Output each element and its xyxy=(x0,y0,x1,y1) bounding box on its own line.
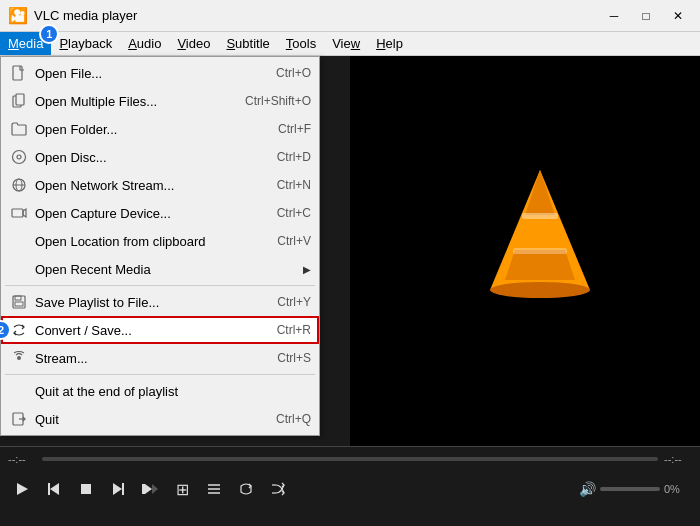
close-button[interactable]: ✕ xyxy=(664,5,692,27)
loop-icon xyxy=(239,482,253,496)
svg-marker-24 xyxy=(50,483,59,495)
open-multiple-shortcut: Ctrl+Shift+O xyxy=(245,94,311,108)
folder-icon xyxy=(9,119,29,139)
open-multiple-label: Open Multiple Files... xyxy=(35,94,225,109)
open-network-shortcut: Ctrl+N xyxy=(277,178,311,192)
app-icon: 🎦 xyxy=(8,6,28,26)
menu-subtitle[interactable]: Subtitle xyxy=(218,32,277,55)
svg-marker-31 xyxy=(152,484,158,494)
frame-prev-button[interactable] xyxy=(136,475,164,503)
menu-item-quit-end[interactable]: Quit at the end of playlist xyxy=(1,377,319,405)
svg-rect-7 xyxy=(13,66,22,80)
clipboard-icon xyxy=(9,231,29,251)
svg-marker-3 xyxy=(505,250,575,280)
menu-item-open-location[interactable]: Open Location from clipboard Ctrl+V xyxy=(1,227,319,255)
menu-item-convert-save[interactable]: Convert / Save... Ctrl+R 2 xyxy=(1,316,319,344)
menu-media[interactable]: Media 1 xyxy=(0,32,51,55)
prev-button[interactable] xyxy=(40,475,68,503)
svg-rect-25 xyxy=(48,483,50,495)
play-icon xyxy=(15,482,29,496)
svg-rect-15 xyxy=(12,209,23,217)
stop-icon xyxy=(79,482,93,496)
media-dropdown: Open File... Ctrl+O Open Multiple Files.… xyxy=(0,56,320,436)
menu-item-open-folder[interactable]: Open Folder... Ctrl+F xyxy=(1,115,319,143)
volume-track[interactable] xyxy=(600,487,660,491)
menu-item-open-recent[interactable]: Open Recent Media ▶ xyxy=(1,255,319,283)
svg-point-10 xyxy=(13,151,26,164)
volume-icon: 🔊 xyxy=(579,481,596,497)
svg-rect-9 xyxy=(16,94,24,105)
files-icon xyxy=(9,91,29,111)
menu-video[interactable]: Video xyxy=(169,32,218,55)
save-playlist-label: Save Playlist to File... xyxy=(35,295,257,310)
random-button[interactable] xyxy=(264,475,292,503)
stop-button[interactable] xyxy=(72,475,100,503)
svg-point-4 xyxy=(490,282,590,298)
maximize-button[interactable]: □ xyxy=(632,5,660,27)
svg-rect-19 xyxy=(15,302,23,306)
menu-item-open-capture[interactable]: Open Capture Device... Ctrl+C xyxy=(1,199,319,227)
svg-rect-29 xyxy=(142,484,145,494)
bottom-controls: --:-- --:-- ⊞ xyxy=(0,446,700,526)
quit-end-label: Quit at the end of playlist xyxy=(35,384,311,399)
window-title: VLC media player xyxy=(34,8,600,23)
playlist-button[interactable] xyxy=(200,475,228,503)
svg-rect-6 xyxy=(513,248,567,254)
time-elapsed: --:-- xyxy=(8,453,36,465)
open-capture-shortcut: Ctrl+C xyxy=(277,206,311,220)
separator-1 xyxy=(5,285,315,286)
progress-track[interactable] xyxy=(42,457,658,461)
menu-view[interactable]: View xyxy=(324,32,368,55)
menu-tools[interactable]: Tools xyxy=(278,32,324,55)
menu-playback[interactable]: Playback xyxy=(51,32,120,55)
quit-icon xyxy=(9,409,29,429)
menu-item-save-playlist[interactable]: Save Playlist to File... Ctrl+Y xyxy=(1,288,319,316)
convert-save-label: Convert / Save... xyxy=(35,323,257,338)
svg-point-11 xyxy=(17,155,21,159)
menu-item-open-network[interactable]: Open Network Stream... Ctrl+N xyxy=(1,171,319,199)
menu-media-label: Media xyxy=(8,36,43,51)
disc-icon xyxy=(9,147,29,167)
convert-icon xyxy=(9,320,29,340)
next-button[interactable] xyxy=(104,475,132,503)
open-network-label: Open Network Stream... xyxy=(35,178,257,193)
quit-end-icon xyxy=(9,381,29,401)
menu-item-open-disc[interactable]: Open Disc... Ctrl+D xyxy=(1,143,319,171)
convert-save-shortcut: Ctrl+R xyxy=(277,323,311,337)
prev-icon xyxy=(47,482,61,496)
svg-marker-16 xyxy=(23,209,26,217)
play-button[interactable] xyxy=(8,475,36,503)
stream-shortcut: Ctrl+S xyxy=(277,351,311,365)
titlebar: 🎦 VLC media player ─ □ ✕ xyxy=(0,0,700,32)
time-remaining: --:-- xyxy=(664,453,692,465)
loop-button[interactable] xyxy=(232,475,260,503)
menu-audio[interactable]: Audio xyxy=(120,32,169,55)
stream-label: Stream... xyxy=(35,351,257,366)
menubar: Media 1 Playback Audio Video Subtitle To… xyxy=(0,32,700,56)
open-folder-label: Open Folder... xyxy=(35,122,258,137)
video-area xyxy=(350,56,700,446)
svg-marker-30 xyxy=(145,484,152,494)
controls-row: ⊞ 🔊 0% xyxy=(0,471,700,507)
quit-shortcut: Ctrl+Q xyxy=(276,412,311,426)
random-icon xyxy=(271,482,285,496)
open-file-shortcut: Ctrl+O xyxy=(276,66,311,80)
svg-marker-27 xyxy=(113,483,122,495)
minimize-button[interactable]: ─ xyxy=(600,5,628,27)
menu-item-quit[interactable]: Quit Ctrl+Q xyxy=(1,405,319,433)
vlc-cone-svg xyxy=(480,160,600,300)
next-icon xyxy=(111,482,125,496)
svg-rect-26 xyxy=(81,484,91,494)
menu-help[interactable]: Help xyxy=(368,32,411,55)
progress-bar-area: --:-- --:-- xyxy=(0,447,700,471)
menu-item-stream[interactable]: Stream... Ctrl+S xyxy=(1,344,319,372)
menu-item-open-file[interactable]: Open File... Ctrl+O xyxy=(1,59,319,87)
open-location-label: Open Location from clipboard xyxy=(35,234,257,249)
main-content: Open File... Ctrl+O Open Multiple Files.… xyxy=(0,56,700,446)
save-playlist-icon xyxy=(9,292,29,312)
separator-2 xyxy=(5,374,315,375)
menu-item-open-multiple[interactable]: Open Multiple Files... Ctrl+Shift+O xyxy=(1,87,319,115)
svg-rect-18 xyxy=(15,296,21,300)
extended-button[interactable]: ⊞ xyxy=(168,475,196,503)
svg-marker-1 xyxy=(525,170,555,215)
